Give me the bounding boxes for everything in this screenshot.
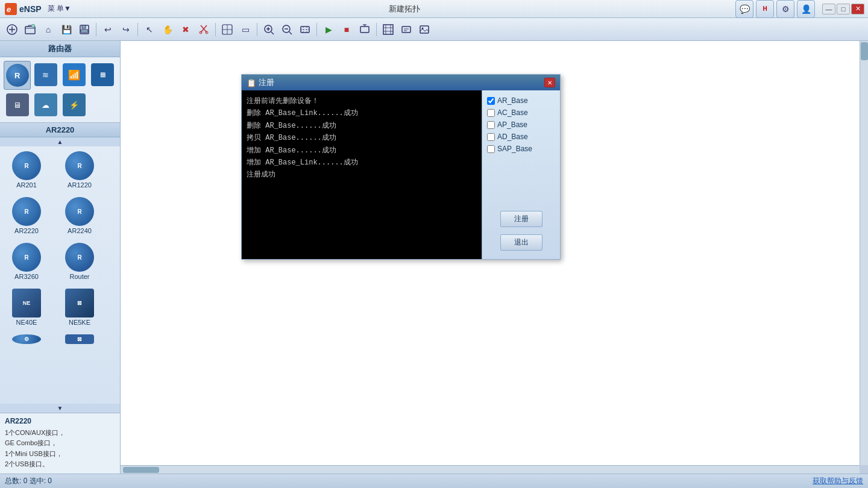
- registration-dialog[interactable]: 📋 注册 ✕ 注册前请先删除设备！ 删除 AR_Base_Link......成…: [241, 74, 561, 260]
- ac-base-checkbox[interactable]: [487, 109, 495, 117]
- device-item-router[interactable]: R Router: [55, 240, 104, 283]
- zoomout-btn[interactable]: [278, 21, 295, 38]
- device-row-5: ⚙ ⊠: [2, 332, 118, 346]
- ad-base-checkbox[interactable]: [487, 133, 495, 141]
- redo-btn[interactable]: ↪: [118, 21, 134, 38]
- h-scrollbar-thumb[interactable]: [123, 467, 159, 473]
- register-btn[interactable]: 注册: [500, 211, 542, 227]
- sap-base-label: SAP_Base: [497, 145, 532, 153]
- delete-btn[interactable]: ✖: [177, 21, 194, 38]
- topo-btn[interactable]: [380, 21, 397, 38]
- rect-btn[interactable]: ▭: [237, 21, 254, 38]
- console-line-4: 增加 AR_Base......成功: [247, 145, 477, 157]
- svg-rect-33: [383, 25, 393, 34]
- user-btn[interactable]: 👤: [797, 0, 815, 18]
- chat-btn[interactable]: 💬: [735, 0, 753, 18]
- help-link-text: 获取帮助与反馈: [813, 477, 863, 485]
- huawei-btn[interactable]: H: [756, 0, 774, 18]
- device-item-ar2240[interactable]: R AR2240: [55, 195, 104, 237]
- config-icon: [401, 24, 412, 35]
- router-type-switch[interactable]: ⊞: [89, 61, 116, 90]
- saveas-btn[interactable]: [76, 21, 93, 38]
- ap-base-label: AP_Base: [497, 120, 527, 129]
- device-item-ar2220[interactable]: R AR2220: [2, 195, 51, 237]
- device-item-more1[interactable]: ⚙: [2, 332, 51, 346]
- fitscreen-btn[interactable]: [297, 21, 313, 38]
- undo-btn[interactable]: ↩: [99, 21, 116, 38]
- dialog-close-btn[interactable]: ✕: [544, 78, 555, 87]
- device-row-2: R AR2220 R AR2240: [2, 195, 118, 237]
- router-label: Router: [69, 273, 89, 280]
- picture-btn[interactable]: [416, 21, 433, 38]
- checkbox-ac-base[interactable]: AC_Base: [487, 108, 555, 117]
- capture-btn[interactable]: [356, 21, 373, 38]
- pc-icon: 🖥: [6, 93, 29, 116]
- maximize-btn[interactable]: □: [837, 4, 850, 14]
- help-link[interactable]: 获取帮助与反馈: [813, 476, 863, 486]
- device-item-ar1220[interactable]: R AR1220: [55, 149, 104, 191]
- device-item-ar3260[interactable]: R AR3260: [2, 240, 51, 283]
- scroll-up-btn[interactable]: ▲: [0, 137, 120, 146]
- ar1220-label: AR1220: [68, 181, 92, 189]
- fitscreen-icon: [300, 24, 310, 35]
- start-btn[interactable]: ▶: [320, 21, 337, 38]
- cloud-icon: ☁: [34, 93, 57, 116]
- ap-base-checkbox[interactable]: [487, 121, 495, 129]
- save-btn[interactable]: 💾: [58, 21, 75, 38]
- dialog-console: 注册前请先删除设备！ 删除 AR_Base_Link......成功 删除 AR…: [242, 90, 482, 259]
- canvas-workspace[interactable]: 📋 注册 ✕ 注册前请先删除设备！ 删除 AR_Base_Link......成…: [121, 41, 860, 465]
- canvas-area[interactable]: 📋 注册 ✕ 注册前请先删除设备！ 删除 AR_Base_Link......成…: [121, 41, 868, 474]
- home-btn[interactable]: ⌂: [40, 21, 57, 38]
- svg-rect-10: [82, 25, 86, 28]
- device-type-link[interactable]: ⚡: [61, 91, 88, 119]
- scissors-icon: [198, 24, 209, 35]
- device-item-more2[interactable]: ⊠: [55, 332, 104, 346]
- console-line-2: 删除 AR_Base......成功: [247, 120, 477, 132]
- config-btn[interactable]: [398, 21, 415, 38]
- ar-base-checkbox[interactable]: [487, 97, 495, 105]
- svg-rect-26: [301, 27, 309, 33]
- menu-btn[interactable]: 菜 单▼: [45, 2, 74, 15]
- minimize-btn[interactable]: —: [822, 4, 835, 14]
- new-btn[interactable]: [4, 21, 20, 38]
- exit-btn[interactable]: 退出: [500, 234, 542, 251]
- router-type-ar[interactable]: R: [4, 61, 31, 90]
- v-scrollbar-thumb[interactable]: [861, 42, 868, 60]
- close-btn[interactable]: ✕: [851, 4, 864, 14]
- move-btn[interactable]: ✋: [159, 21, 176, 38]
- settings-btn[interactable]: ⚙: [776, 0, 794, 18]
- router-type-h3c[interactable]: ≋: [32, 61, 59, 90]
- sap-base-checkbox[interactable]: [487, 145, 495, 153]
- device-item-ar201[interactable]: R AR201: [2, 149, 51, 191]
- checkbox-sap-base[interactable]: SAP_Base: [487, 145, 555, 153]
- dialog-title-area: 📋 注册: [247, 77, 274, 88]
- device-item-ne5ke[interactable]: ⊠ NE5KE: [55, 286, 104, 328]
- checkbox-ad-base[interactable]: AD_Base: [487, 133, 555, 141]
- device-type-grid: R ≋ 📶 ⊞ 🖥 ☁ ⚡: [0, 57, 120, 123]
- console-line-3: 拷贝 AR_Base......成功: [247, 132, 477, 144]
- sep3: [215, 23, 216, 36]
- window-title: 新建拓扑: [74, 4, 735, 14]
- multilink-btn[interactable]: [219, 21, 236, 38]
- desc-title: AR2220: [5, 417, 115, 425]
- ar201-label: AR201: [16, 181, 37, 189]
- app-name: eNSP: [19, 4, 42, 14]
- device-type-pc[interactable]: 🖥: [4, 91, 31, 119]
- scroll-down-btn[interactable]: ▼: [0, 404, 120, 413]
- checkbox-ap-base[interactable]: AP_Base: [487, 120, 555, 129]
- router-type-wifi[interactable]: 📶: [61, 61, 88, 90]
- checkbox-ar-base[interactable]: AR_Base: [487, 96, 555, 105]
- device-item-ne40e[interactable]: NE NE40E: [2, 286, 51, 328]
- open-folder-btn[interactable]: [22, 21, 39, 38]
- h-scrollbar[interactable]: [121, 465, 860, 474]
- svg-line-20: [271, 32, 274, 34]
- zoomin-icon: [263, 24, 274, 35]
- v-scrollbar[interactable]: [860, 41, 868, 465]
- select-btn[interactable]: ↖: [141, 21, 158, 38]
- zoomin-btn[interactable]: [260, 21, 277, 38]
- device-type-cloud[interactable]: ☁: [32, 91, 59, 119]
- cut-btn[interactable]: [195, 21, 212, 38]
- stop-btn[interactable]: ■: [338, 21, 355, 38]
- switch-icon: ⊞: [91, 63, 114, 86]
- dialog-buttons: 注册 退出: [487, 208, 555, 253]
